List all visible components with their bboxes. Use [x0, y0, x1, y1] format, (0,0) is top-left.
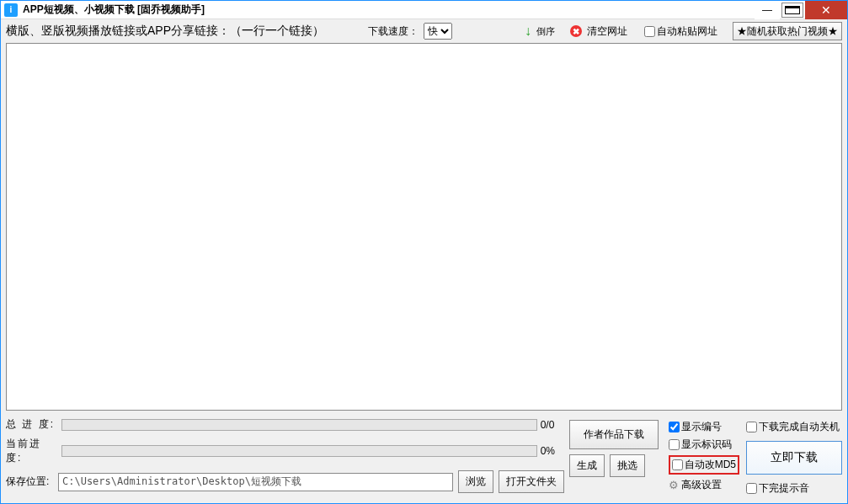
done-sound-checkbox[interactable]: 下完提示音: [746, 481, 842, 496]
current-progress-label: 当前进度:: [6, 437, 56, 465]
show-index-checkbox[interactable]: 显示编号: [669, 420, 739, 434]
save-location-row: 保存位置: 浏览 打开文件夹: [6, 470, 564, 493]
maximize-button[interactable]: [781, 3, 803, 18]
current-progress-wrap: 0%: [61, 445, 564, 457]
auto-shutdown-checkbox[interactable]: 下载完成自动关机: [746, 420, 842, 434]
advanced-settings-link[interactable]: ⚙ 高级设置: [669, 478, 739, 492]
random-hot-video-button[interactable]: ★随机获取热门视频★: [733, 22, 842, 40]
arrow-down-icon[interactable]: ↓: [525, 24, 531, 39]
window-title: APP短视频、小视频下载 [固乔视频助手]: [23, 3, 755, 17]
open-folder-button[interactable]: 打开文件夹: [499, 470, 564, 493]
right-panel: 作者作品下载 生成 挑选 显示编号 显示标识码 自动改MD5: [569, 420, 842, 496]
browse-button[interactable]: 浏览: [458, 470, 493, 493]
reverse-order-button[interactable]: 倒序: [536, 27, 555, 35]
save-location-label: 保存位置:: [6, 475, 53, 489]
window-controls: — ✕: [755, 1, 847, 19]
dl-speed-label: 下载速度：: [368, 24, 419, 39]
gear-icon: ⚙: [669, 479, 679, 491]
total-progress-label: 总 进 度:: [6, 417, 56, 432]
url-area-wrap: [1, 43, 847, 414]
total-progress-text: 0/0: [541, 419, 564, 431]
minimize-button[interactable]: —: [755, 1, 780, 19]
top-toolbar: 横版、竖版视频播放链接或APP分享链接：（一行一个链接） 下载速度： 快 ↓ 倒…: [1, 19, 847, 43]
current-progress-bar: [61, 445, 537, 457]
save-location-input[interactable]: [58, 473, 453, 491]
author-works-button[interactable]: 作者作品下载: [569, 420, 659, 449]
app-icon: i: [4, 3, 18, 17]
total-progress-bar: [61, 419, 537, 431]
total-progress-wrap: 0/0: [61, 419, 564, 431]
download-now-button[interactable]: 立即下载: [746, 441, 842, 475]
url-input-textarea[interactable]: [6, 43, 842, 411]
bottom-panel: 总 进 度: 0/0 作者作品下载 生成 挑选 显示编号 显: [1, 414, 847, 503]
auto-paste-input[interactable]: [644, 26, 655, 37]
generate-button[interactable]: 生成: [569, 454, 605, 477]
show-id-checkbox[interactable]: 显示标识码: [669, 438, 739, 452]
main-instruction-label: 横版、竖版视频播放链接或APP分享链接：（一行一个链接）: [6, 24, 324, 39]
options-column: 显示编号 显示标识码 自动改MD5 ⚙ 高级设置: [665, 420, 739, 492]
pick-button[interactable]: 挑选: [610, 454, 645, 477]
auto-md5-checkbox[interactable]: 自动改MD5: [669, 455, 739, 475]
titlebar: i APP短视频、小视频下载 [固乔视频助手] — ✕: [1, 1, 847, 19]
clear-icon[interactable]: ✖: [570, 25, 582, 37]
current-progress-text: 0%: [541, 445, 564, 457]
right-column-2: 下载完成自动关机 立即下载 下完提示音: [746, 420, 842, 496]
clear-urls-button[interactable]: 清空网址: [587, 24, 627, 39]
app-window: i APP短视频、小视频下载 [固乔视频助手] — ✕ 横版、竖版视频播放链接或…: [0, 0, 848, 504]
dl-speed-select[interactable]: 快: [424, 23, 452, 40]
close-button[interactable]: ✕: [805, 1, 847, 19]
auto-paste-checkbox[interactable]: 自动粘贴网址: [644, 24, 717, 39]
